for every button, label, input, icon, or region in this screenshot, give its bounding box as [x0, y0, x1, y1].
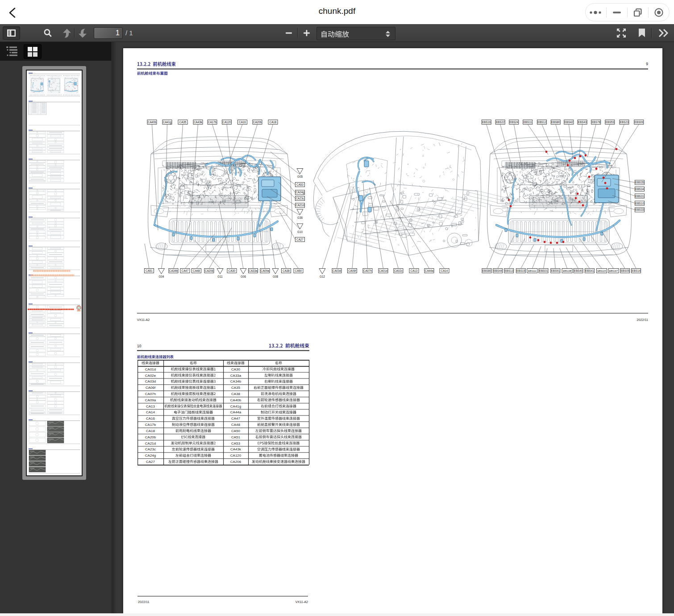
- svg-text:CA34b: CA34b: [230, 379, 241, 383]
- svg-text:CA43k: CA43k: [230, 447, 241, 451]
- svg-text:CA40b: CA40b: [230, 398, 241, 402]
- svg-text:CA06f: CA06f: [348, 269, 356, 272]
- svg-text:2022/11: 2022/11: [138, 600, 149, 604]
- svg-text:CA07h: CA07h: [145, 392, 156, 396]
- svg-text:CA50: CA50: [295, 269, 302, 272]
- svg-text:CA27: CA27: [146, 460, 155, 464]
- svg-text:CA13: CA13: [146, 404, 155, 408]
- svg-text:CA53: CA53: [231, 441, 241, 445]
- svg-text:CA48: CA48: [231, 423, 241, 427]
- svg-text:EBS22: EBS22: [496, 121, 505, 124]
- svg-text:CA14: CA14: [441, 269, 448, 272]
- svg-text:CA48: CA48: [193, 269, 200, 272]
- svg-text:EBS40: EBS40: [574, 269, 583, 272]
- svg-text:EBS167: EBS167: [609, 270, 618, 272]
- svg-text:EBS42: EBS42: [564, 121, 573, 124]
- svg-text:EBS78: EBS78: [591, 121, 600, 124]
- svg-text:CA01d: CA01d: [145, 367, 156, 371]
- svg-text:CA206: CA206: [205, 269, 214, 272]
- svg-text:EBS35: EBS35: [635, 181, 644, 184]
- svg-text:EBS01: EBS01: [539, 269, 548, 272]
- svg-text:EBS24: EBS24: [509, 121, 518, 124]
- svg-text:EBS13: EBS13: [504, 269, 513, 272]
- svg-text:EBS16: EBS16: [482, 121, 491, 124]
- svg-text:CA50: CA50: [231, 429, 241, 433]
- svg-text:CA21d: CA21d: [295, 204, 304, 207]
- svg-text:CA03d: CA03d: [145, 379, 156, 383]
- svg-text:CA120: CA120: [222, 121, 231, 124]
- svg-text:CA07h: CA07h: [363, 269, 372, 272]
- svg-text:CA24g: CA24g: [145, 454, 156, 458]
- svg-text:CA30: CA30: [231, 367, 241, 371]
- svg-text:CA34b: CA34b: [169, 269, 178, 272]
- svg-text:CA51: CA51: [146, 269, 153, 272]
- svg-text:CA02c: CA02c: [394, 269, 403, 272]
- svg-text:CA206: CA206: [230, 460, 241, 464]
- svg-text:EBS11: EBS11: [524, 121, 533, 124]
- svg-text:EBS31: EBS31: [635, 195, 644, 198]
- svg-text:CA47: CA47: [182, 269, 189, 272]
- svg-text:G05: G05: [297, 175, 303, 178]
- svg-text:EBS43: EBS43: [578, 121, 587, 124]
- svg-text:CA14: CA14: [146, 410, 155, 414]
- svg-text:CA33a: CA33a: [249, 269, 258, 272]
- svg-text:CA35: CA35: [179, 121, 187, 124]
- svg-text:EBS41: EBS41: [585, 269, 594, 272]
- svg-text:EBS80: EBS80: [551, 121, 560, 124]
- svg-text:EBS14: EBS14: [632, 269, 641, 272]
- svg-text:CA33a: CA33a: [230, 374, 241, 378]
- svg-text:G10: G10: [297, 230, 303, 233]
- svg-text:EBS115: EBS115: [597, 270, 606, 272]
- svg-text:CA21d: CA21d: [145, 441, 156, 445]
- svg-text:VX11-A2: VX11-A2: [137, 318, 150, 322]
- svg-text:CA18: CA18: [146, 429, 155, 433]
- svg-text:2022/11: 2022/11: [637, 318, 648, 322]
- svg-text:CA01d: CA01d: [379, 269, 388, 272]
- svg-text:EBS111: EBS111: [528, 270, 537, 272]
- svg-text:EBS91: EBS91: [551, 269, 560, 272]
- svg-text:EBS23: EBS23: [620, 121, 629, 124]
- svg-text:G04: G04: [159, 275, 164, 278]
- svg-text:CA41g: CA41g: [163, 121, 172, 124]
- svg-text:CA18: CA18: [270, 121, 277, 124]
- svg-text:CA27: CA27: [296, 238, 304, 241]
- svg-text:CA17b: CA17b: [208, 121, 217, 124]
- svg-text:CA13: CA13: [411, 269, 418, 272]
- svg-text:9: 9: [646, 62, 648, 66]
- svg-text:EBS198: EBS198: [563, 270, 571, 272]
- svg-text:EBS09: EBS09: [634, 121, 643, 124]
- svg-text:G36: G36: [297, 216, 303, 219]
- svg-text:CA38: CA38: [231, 392, 241, 396]
- svg-text:CA09a: CA09a: [261, 269, 270, 272]
- svg-text:CA16: CA16: [239, 121, 246, 124]
- svg-text:CA17b: CA17b: [145, 423, 156, 427]
- svg-text:CA51: CA51: [231, 435, 241, 439]
- svg-text:EBS10: EBS10: [635, 202, 644, 205]
- svg-text:CA44a: CA44a: [425, 269, 434, 272]
- svg-text:G11: G11: [217, 275, 223, 278]
- svg-text:CA35: CA35: [231, 386, 241, 390]
- svg-text:CA23c: CA23c: [145, 447, 156, 451]
- svg-text:CA24g: CA24g: [295, 191, 304, 194]
- svg-text:CA03d: CA03d: [333, 269, 341, 272]
- svg-text:G06: G06: [241, 275, 246, 278]
- svg-text:CA43k: CA43k: [194, 121, 203, 124]
- svg-text:CA120: CA120: [230, 454, 241, 458]
- svg-text:CA20b: CA20b: [253, 121, 262, 124]
- svg-text:EBS15: EBS15: [516, 269, 525, 272]
- svg-text:CA38: CA38: [283, 269, 290, 272]
- svg-text:VX11-A2: VX11-A2: [295, 600, 308, 604]
- svg-text:G08: G08: [273, 275, 278, 278]
- svg-text:EBS05: EBS05: [620, 269, 629, 272]
- svg-text:EBS53: EBS53: [605, 121, 614, 124]
- svg-text:10: 10: [137, 344, 141, 348]
- svg-text:CA30: CA30: [229, 269, 236, 272]
- svg-text:CA47: CA47: [231, 416, 241, 420]
- svg-text:CA20b: CA20b: [145, 435, 156, 439]
- svg-text:CA09a: CA09a: [145, 398, 156, 402]
- svg-text:CA40b: CA40b: [148, 121, 157, 124]
- svg-text:CA44a: CA44a: [230, 410, 241, 414]
- svg-text:EBS34: EBS34: [635, 187, 644, 191]
- svg-text:CA16: CA16: [146, 416, 155, 420]
- svg-text:EBS80: EBS80: [483, 269, 491, 272]
